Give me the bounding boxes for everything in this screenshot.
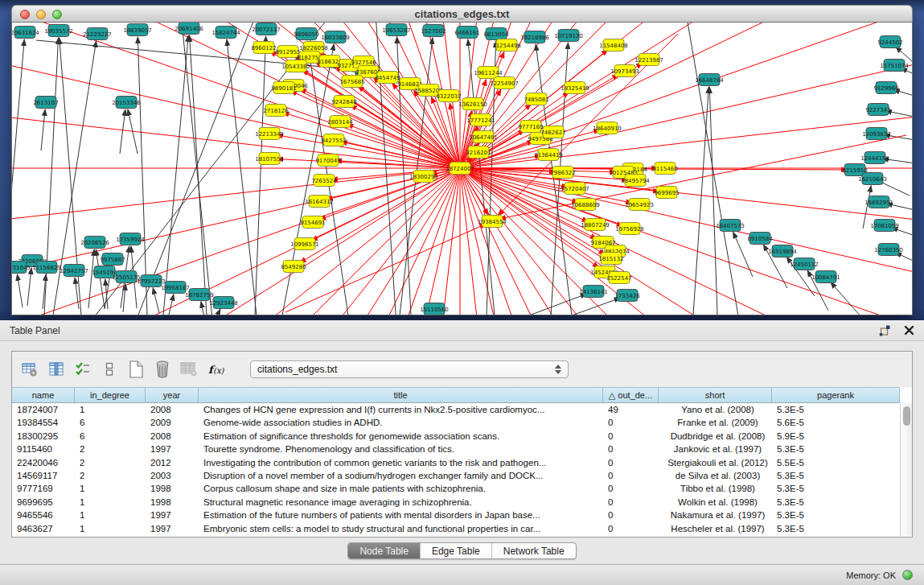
graph-node[interactable]: 15720407 (561, 183, 589, 195)
graph-node[interactable]: 2718126 (263, 105, 289, 117)
graph-node[interactable]: 15110560 (420, 303, 449, 315)
graph-node[interactable]: 19654923 (625, 199, 654, 211)
graph-node[interactable]: 9890181 (271, 82, 296, 94)
table-scrollbar[interactable] (900, 403, 912, 536)
graph-node[interactable]: 12450112 (790, 258, 819, 270)
graph-node[interactable]: 16033809 (321, 31, 350, 43)
graph-node[interactable]: 11254498 (492, 39, 521, 51)
graph-node[interactable]: 20072117 (252, 23, 281, 35)
graph-node[interactable]: 10543382 (281, 60, 310, 72)
graph-node[interactable]: 11548408 (599, 39, 628, 51)
graph-node[interactable]: 6466161 (454, 27, 479, 39)
graph-node[interactable]: 17771241 (466, 114, 495, 126)
graph-node[interactable]: 16648784 (695, 74, 724, 86)
memory-status-icon[interactable] (902, 570, 913, 580)
graph-node[interactable]: 10653287 (382, 24, 411, 36)
graph-node[interactable]: 16319894 (768, 245, 797, 257)
graph-node[interactable]: 19035572 (44, 25, 73, 37)
graph-node[interactable]: 19384554 (478, 216, 507, 228)
graph-node[interactable]: 13626150 (458, 98, 487, 110)
graph-node[interactable]: 9329966 (873, 82, 899, 94)
minimize-window-button[interactable] (36, 10, 46, 19)
graph-node[interactable]: 9806059 (294, 28, 318, 40)
graph-node[interactable]: 16407573 (716, 220, 745, 232)
graph-node[interactable]: 11156829 (32, 262, 61, 274)
graph-node[interactable]: 7263524 (311, 175, 337, 187)
create-column-icon[interactable] (126, 359, 146, 380)
graph-node[interactable]: 8427552 (321, 134, 346, 146)
graph-node[interactable]: 15692951 (864, 196, 893, 208)
table-options-icon[interactable] (20, 359, 39, 380)
graph-node[interactable]: 21364419 (534, 149, 563, 161)
graph-node[interactable]: 9244502 (877, 36, 902, 48)
citation-network-graph[interactable]: 1872400720631624190355722122922718839057… (12, 23, 912, 315)
graph-node[interactable]: 1815132 (598, 253, 623, 265)
close-panel-icon[interactable] (904, 325, 914, 336)
graph-node[interactable]: 12760350 (874, 244, 903, 256)
tab-node-table[interactable]: Node Table (348, 543, 420, 558)
column-header-pagerank[interactable]: pagerank (772, 387, 900, 403)
table-row[interactable]: 969969511998Structural magnetic resonanc… (12, 496, 912, 509)
graph-node[interactable]: 21229227 (83, 28, 112, 40)
table-row[interactable]: 977716911998Corpus callosum shape and si… (12, 482, 912, 495)
graph-node[interactable]: 9975887 (100, 253, 125, 266)
graph-node[interactable]: 17081059 (870, 220, 899, 232)
graph-node[interactable]: 12923448 (209, 297, 238, 309)
zoom-window-button[interactable] (52, 10, 62, 19)
graph-node[interactable]: 19218986 (520, 31, 549, 43)
clear-selection-icon[interactable] (100, 359, 119, 380)
graph-node[interactable]: 7485081 (524, 93, 548, 105)
table-row[interactable]: 946362711997Embryonic stem cells: a mode… (12, 522, 912, 535)
graph-node[interactable]: 18495794 (621, 175, 650, 187)
graph-node[interactable]: 12093832 (862, 128, 891, 140)
graph-node[interactable]: 9115460 (652, 163, 677, 175)
graph-node[interactable]: 14136141 (579, 286, 608, 298)
graph-node[interactable]: 10973493 (610, 65, 639, 77)
graph-node[interactable]: 7462627 (540, 126, 565, 138)
graph-node[interactable]: 9777169 (518, 121, 543, 133)
close-window-button[interactable] (20, 10, 30, 19)
graph-node[interactable]: 9154691 (300, 216, 325, 229)
network-window-titlebar[interactable]: citations_edges.txt (11, 5, 913, 23)
graph-node[interactable]: 20691406 (175, 23, 203, 35)
graph-node[interactable]: 8322037 (436, 90, 461, 102)
graph-node[interactable]: 18839057 (123, 24, 152, 36)
graph-node[interactable]: 12213987 (634, 54, 663, 66)
table-row[interactable]: 2242004622012Investigating the contribut… (12, 456, 912, 469)
table-selector[interactable]: citations_edges.txt (250, 360, 569, 378)
graph-node[interactable]: 18807249 (581, 219, 610, 231)
column-header-year[interactable]: year (146, 387, 199, 403)
column-header-out_de[interactable]: △ out_de... (603, 387, 659, 403)
graph-node[interactable]: 9242848 (331, 96, 356, 108)
table-row[interactable]: 1830029562008Estimation of significance … (12, 430, 912, 443)
graph-node[interactable]: 15751074 (880, 60, 909, 72)
graph-node[interactable]: 9170049 (315, 154, 340, 167)
graph-node[interactable]: 8960122 (251, 42, 276, 54)
show-columns-icon[interactable] (47, 359, 66, 380)
graph-node[interactable]: 18107554 (255, 153, 284, 165)
graph-node[interactable]: 16782759 (185, 289, 214, 301)
tab-edge-table[interactable]: Edge Table (420, 543, 491, 558)
graph-node[interactable]: 10084701 (811, 271, 840, 283)
graph-node[interactable]: 10719120 (554, 30, 583, 42)
graph-node[interactable]: 2522547 (606, 272, 631, 284)
column-header-name[interactable]: name (12, 387, 75, 403)
graph-node[interactable]: 10647481 (469, 131, 498, 143)
graph-node[interactable]: 12444158 (860, 152, 889, 164)
graph-node[interactable]: 2803144 (327, 116, 353, 128)
graph-node[interactable]: 12942757 (60, 265, 88, 277)
graph-node[interactable]: 8910584 (747, 233, 773, 245)
graph-node[interactable]: 8813054 (483, 28, 509, 40)
column-header-in_degree[interactable]: in_degree (75, 387, 146, 403)
table-row[interactable]: 946554611997Estimation of the future num… (12, 509, 912, 521)
table-row[interactable]: 1872400712008Changes of HCN gene express… (12, 403, 912, 416)
graph-node[interactable]: 12213349 (255, 128, 284, 140)
graph-node[interactable]: 18300295 (409, 171, 438, 183)
graph-node[interactable]: 19756928 (615, 223, 644, 235)
graph-node[interactable]: 10996571 (290, 238, 319, 250)
graph-node[interactable]: 12254907 (490, 77, 519, 89)
column-header-short[interactable]: short (659, 387, 772, 403)
graph-node[interactable]: 18640910 (593, 122, 622, 134)
delete-column-icon[interactable] (153, 359, 172, 380)
table-body[interactable]: 1872400712008Changes of HCN gene express… (12, 403, 912, 535)
